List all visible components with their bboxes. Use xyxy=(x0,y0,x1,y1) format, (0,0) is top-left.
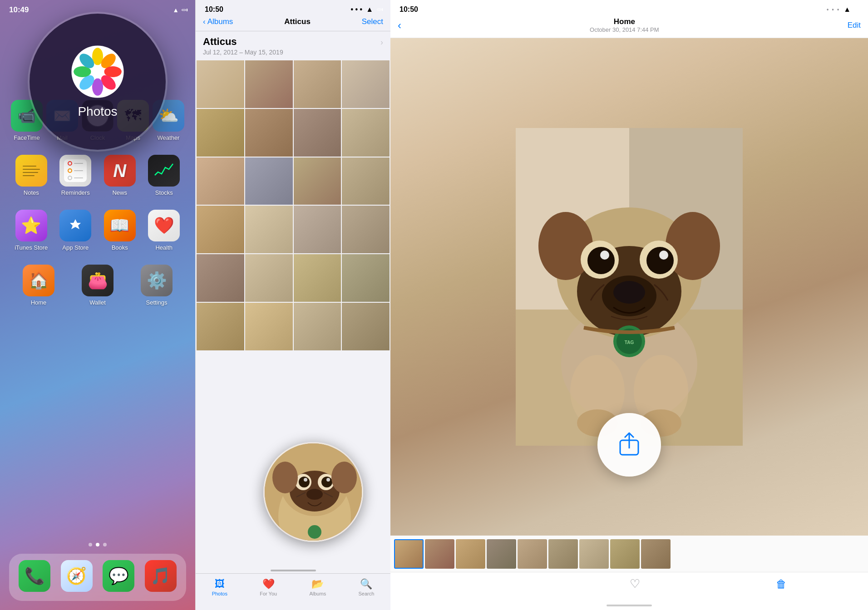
svg-point-24 xyxy=(331,462,357,493)
detail-photo-area[interactable]: TAG xyxy=(390,38,868,536)
dock-safari[interactable]: 🧭 xyxy=(56,560,97,595)
books-icon: 📖 xyxy=(104,210,136,241)
health-icon: ❤️ xyxy=(148,210,180,241)
album-select-button[interactable]: Select xyxy=(362,17,383,26)
phone-status-bar: 10:49 ▲ xyxy=(0,0,195,15)
photo-cell[interactable] xyxy=(197,206,244,253)
album-tab-search[interactable]: 🔍 Search xyxy=(358,578,374,596)
app-books[interactable]: 📖 Books xyxy=(99,210,140,251)
album-tab-foryou[interactable]: ❤️ For You xyxy=(260,578,277,596)
app-notes[interactable]: Notes xyxy=(11,155,52,196)
app-news[interactable]: N News xyxy=(99,155,140,196)
notes-icon xyxy=(15,155,47,187)
svg-point-42 xyxy=(613,281,645,304)
svg-point-19 xyxy=(326,478,330,482)
album-back-button[interactable]: ‹ Albums xyxy=(203,17,233,26)
detail-back-button[interactable]: ‹ xyxy=(398,19,401,32)
dock-music[interactable]: 🎵 xyxy=(140,560,181,595)
app-health[interactable]: ❤️ Health xyxy=(143,210,184,251)
thumbnail[interactable] xyxy=(518,539,547,569)
photo-cell[interactable] xyxy=(245,254,293,302)
photo-cell[interactable] xyxy=(245,109,293,157)
photos-app-label: Photos xyxy=(78,104,117,119)
phone-panel: 10:49 ▲ Photos 📹 xyxy=(0,0,195,610)
photo-cell[interactable] xyxy=(245,157,293,205)
album-date-range: Jul 12, 2012 – May 15, 2019 xyxy=(203,49,383,56)
photo-cell[interactable] xyxy=(342,60,390,108)
app-home[interactable]: 🏠 Home xyxy=(18,265,59,306)
settings-label: Settings xyxy=(146,299,168,306)
photo-cell[interactable] xyxy=(294,60,341,108)
app-row-3: ⭐ iTunes Store App Store 📖 Books xyxy=(9,210,186,251)
thumbnail[interactable] xyxy=(579,539,609,569)
itunes-icon: ⭐ xyxy=(15,210,47,241)
detail-signal-dots: • • • xyxy=(827,6,840,13)
dock-messages[interactable]: 💬 xyxy=(98,560,139,595)
photo-cell[interactable] xyxy=(245,206,293,253)
app-reminders[interactable]: Reminders xyxy=(55,155,96,196)
album-tab-photos[interactable]: 🖼 Photos xyxy=(212,578,227,596)
thumbnail[interactable] xyxy=(425,539,454,569)
dock-safari-icon: 🧭 xyxy=(61,560,93,592)
detail-bottom-bar: ♡ 🗑 xyxy=(390,572,868,605)
album-header-title: Atticus xyxy=(203,36,383,48)
stocks-icon xyxy=(148,155,180,187)
app-stocks[interactable]: Stocks xyxy=(143,155,184,196)
delete-button[interactable]: 🗑 xyxy=(776,578,787,590)
photo-cell[interactable] xyxy=(245,303,293,350)
home-label: Home xyxy=(31,299,47,306)
app-settings[interactable]: ⚙️ Settings xyxy=(136,265,177,306)
photos-tab-label: Photos xyxy=(212,591,227,596)
album-header: Atticus › Jul 12, 2012 – May 15, 2019 xyxy=(196,31,390,59)
detail-time: 10:50 xyxy=(399,5,418,14)
photo-cell[interactable] xyxy=(197,254,244,302)
favorite-button[interactable]: ♡ xyxy=(630,577,640,591)
thumbnail[interactable] xyxy=(456,539,485,569)
photo-cell[interactable] xyxy=(342,303,390,350)
album-scroll-indicator xyxy=(271,570,316,571)
phone-dock: 📞 🧭 💬 🎵 xyxy=(9,554,186,601)
thumbnail-strip xyxy=(390,536,868,572)
detail-edit-button[interactable]: Edit xyxy=(848,21,861,30)
photo-cell[interactable] xyxy=(245,60,293,108)
photo-cell[interactable] xyxy=(342,157,390,205)
detail-wifi-icon: ▲ xyxy=(843,5,851,14)
photo-zoom-circle xyxy=(263,442,363,542)
app-appstore[interactable]: App Store xyxy=(55,210,96,251)
thumbnail[interactable] xyxy=(610,539,640,569)
photo-cell[interactable] xyxy=(197,157,244,205)
photo-cell[interactable] xyxy=(294,254,341,302)
photo-cell[interactable] xyxy=(294,206,341,253)
photo-cell[interactable] xyxy=(294,157,341,205)
app-row-2: Notes xyxy=(9,155,186,196)
app-itunes[interactable]: ⭐ iTunes Store xyxy=(11,210,52,251)
photo-cell[interactable] xyxy=(197,303,244,350)
album-tab-albums[interactable]: 📂 Albums xyxy=(309,578,326,596)
photo-cell[interactable] xyxy=(294,303,341,350)
photo-cell[interactable] xyxy=(342,109,390,157)
photo-cell[interactable] xyxy=(342,206,390,253)
photo-grid xyxy=(196,59,390,351)
photo-cell[interactable] xyxy=(342,254,390,302)
svg-text:TAG: TAG xyxy=(625,340,634,345)
detail-scroll-indicator xyxy=(607,605,652,606)
wifi-icon: ▲ xyxy=(173,6,179,14)
svg-point-40 xyxy=(659,251,668,260)
detail-battery-icon xyxy=(854,9,859,10)
svg-point-9 xyxy=(91,65,104,79)
app-wallet[interactable]: 👛 Wallet xyxy=(77,265,118,306)
photo-cell[interactable] xyxy=(294,109,341,157)
thumbnail[interactable] xyxy=(487,539,516,569)
facetime-label: FaceTime xyxy=(14,134,39,141)
thumbnail[interactable] xyxy=(641,539,671,569)
phone-status-icons: ▲ xyxy=(173,6,186,14)
photo-cell[interactable] xyxy=(197,109,244,157)
health-label: Health xyxy=(155,244,173,251)
page-dot-3 xyxy=(103,543,107,546)
photo-cell[interactable] xyxy=(197,60,244,108)
dock-phone[interactable]: 📞 xyxy=(14,560,55,595)
thumbnail-selected[interactable] xyxy=(394,539,424,569)
svg-point-20 xyxy=(306,489,323,500)
share-circle-button[interactable] xyxy=(597,413,661,477)
thumbnail[interactable] xyxy=(548,539,578,569)
